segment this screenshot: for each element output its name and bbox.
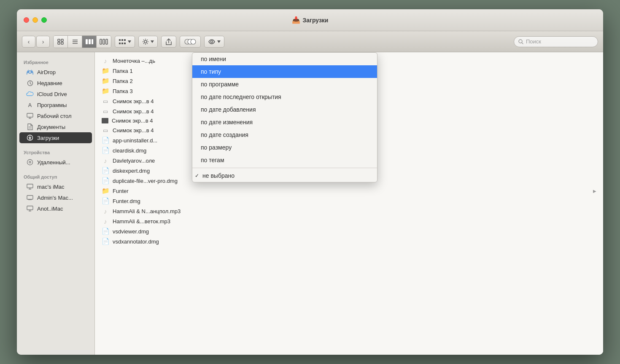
apps-icon: A (26, 101, 34, 109)
arrange-button[interactable] (115, 36, 135, 48)
back-button[interactable]: ‹ (22, 36, 35, 48)
svg-point-35 (29, 161, 31, 163)
dropdown-item-by-date-created[interactable]: по дате создания (192, 128, 377, 141)
sidebar-item-recents[interactable]: Недавние (19, 78, 92, 88)
dropdown-item-by-app[interactable]: по программе (192, 78, 377, 91)
list-view-button[interactable] (68, 36, 82, 48)
list-item[interactable]: 📄 vsdxannotator.dmg (95, 236, 603, 246)
dropdown-item-by-type[interactable]: по типу (192, 65, 377, 78)
video-file-icon (102, 118, 108, 123)
airdrop-icon (26, 68, 34, 76)
admin-mac-icon (26, 194, 34, 201)
dmg-file-icon: 📄 (102, 197, 109, 205)
svg-rect-14 (121, 39, 123, 41)
sidebar-item-docs[interactable]: Документы (19, 121, 92, 132)
sidebar-item-mac-imac[interactable]: mac's iMac (19, 181, 92, 192)
title-bar: 📥 Загрузки (17, 9, 603, 31)
sidebar-item-downloads[interactable]: Загрузки (19, 132, 92, 143)
content-area: Избранное AirDrop (17, 52, 603, 355)
svg-rect-11 (103, 39, 105, 44)
arrange-dropdown-menu: по имени по типу по программе по дате по… (192, 52, 377, 182)
icloud-icon (26, 90, 34, 98)
dropdown-item-by-name[interactable]: по имени (192, 53, 377, 65)
eye-chevron-icon (217, 40, 221, 43)
sidebar-item-airdrop[interactable]: AirDrop (19, 67, 92, 78)
sidebar-item-remote[interactable]: Удаленный... (19, 157, 92, 168)
svg-rect-12 (106, 39, 108, 44)
folder-icon: 📥 (292, 16, 300, 24)
icon-view-icon (57, 39, 64, 45)
list-view-icon (72, 39, 78, 45)
dmg-file-icon: 📄 (102, 228, 109, 235)
share-icon (165, 38, 172, 46)
mac-imac-icon (26, 183, 34, 190)
sidebar-item-admin-mac[interactable]: Admin's Mac... (19, 192, 92, 203)
maximize-button[interactable] (41, 17, 47, 23)
svg-rect-10 (100, 39, 102, 44)
desktop-icon (26, 112, 34, 120)
dropdown-item-by-size[interactable]: по размеру (192, 141, 377, 154)
favorites-header: Избранное (17, 56, 94, 67)
list-item[interactable]: ♪ HammAli & N...анцпол.mp3 (95, 206, 603, 216)
close-button[interactable] (24, 17, 29, 23)
dropdown-item-by-date-modified[interactable]: по дате изменения (192, 116, 377, 128)
downloads-icon (26, 134, 34, 142)
minimize-button[interactable] (32, 17, 38, 23)
dropdown-item-by-last-open[interactable]: по дате последнего открытия (192, 91, 377, 103)
view-toggle-group (53, 35, 111, 48)
svg-rect-1 (61, 39, 63, 41)
eye-button[interactable] (204, 36, 224, 48)
eye-icon (208, 39, 216, 45)
svg-rect-18 (124, 43, 126, 44)
folder-file-icon: 📁 (102, 187, 109, 195)
image-file-icon: ▭ (102, 126, 109, 134)
gallery-view-button[interactable] (82, 36, 97, 48)
svg-point-23 (211, 40, 213, 43)
sidebar: Избранное AirDrop (17, 52, 95, 355)
finder-window: 📥 Загрузки ‹ › (17, 9, 603, 355)
sidebar-item-another-imac[interactable]: Anot..iMac (19, 203, 92, 214)
folder-expand-arrow: ▶ (593, 189, 596, 193)
list-item[interactable]: ♪ HammAli &...веток.mp3 (95, 216, 603, 226)
music-file-icon: ♪ (102, 157, 109, 164)
svg-rect-17 (121, 43, 123, 44)
forward-button[interactable]: › (36, 36, 50, 48)
svg-rect-7 (86, 39, 88, 44)
toolbar: ‹ › (17, 31, 603, 52)
share-button[interactable] (161, 36, 176, 48)
action-button[interactable] (138, 36, 158, 48)
sidebar-item-apps[interactable]: A Программы (19, 99, 92, 110)
list-item[interactable]: 📄 vsdviewer.dmg (95, 226, 603, 236)
folder-file-icon: 📁 (102, 67, 109, 75)
icon-view-button[interactable] (54, 36, 68, 48)
dmg-file-icon: 📄 (102, 238, 109, 245)
list-item[interactable]: 📄 Funter.dmg (95, 196, 603, 206)
column-view-button[interactable] (97, 36, 111, 48)
dmg-file-icon: 📄 (102, 136, 109, 144)
folder-file-icon: 📁 (102, 87, 109, 95)
svg-rect-16 (119, 43, 121, 44)
sidebar-item-desktop[interactable]: Рабочий стол (19, 110, 92, 121)
right-content: ♪ Монеточка –...дь 📁 Папка 1 📁 Папка 2 📁… (95, 52, 603, 355)
list-item[interactable]: 📁 Funter ▶ (95, 186, 603, 196)
devices-header: Устройства (17, 147, 94, 157)
svg-rect-2 (58, 42, 60, 44)
gear-icon (142, 38, 149, 45)
dropdown-item-not-selected[interactable]: не выбрано (192, 169, 377, 182)
tags-button[interactable] (180, 36, 201, 48)
music-file-icon: ♪ (102, 57, 109, 64)
sidebar-item-icloud[interactable]: iCloud Drive (19, 88, 92, 99)
dropdown-item-by-tags[interactable]: по тегам (192, 154, 377, 166)
shared-header: Общий доступ (17, 171, 94, 181)
tags-icon (184, 39, 196, 45)
dropdown-item-by-date-added[interactable]: по дате добавления (192, 103, 377, 116)
image-file-icon: ▭ (102, 107, 109, 115)
svg-point-22 (191, 39, 196, 44)
svg-rect-15 (124, 39, 126, 41)
svg-rect-27 (27, 113, 33, 117)
window-title: 📥 Загрузки (292, 16, 329, 24)
svg-rect-9 (92, 39, 93, 44)
music-file-icon: ♪ (102, 207, 109, 215)
column-view-icon (100, 39, 108, 45)
search-bar[interactable]: Поиск (514, 36, 598, 47)
